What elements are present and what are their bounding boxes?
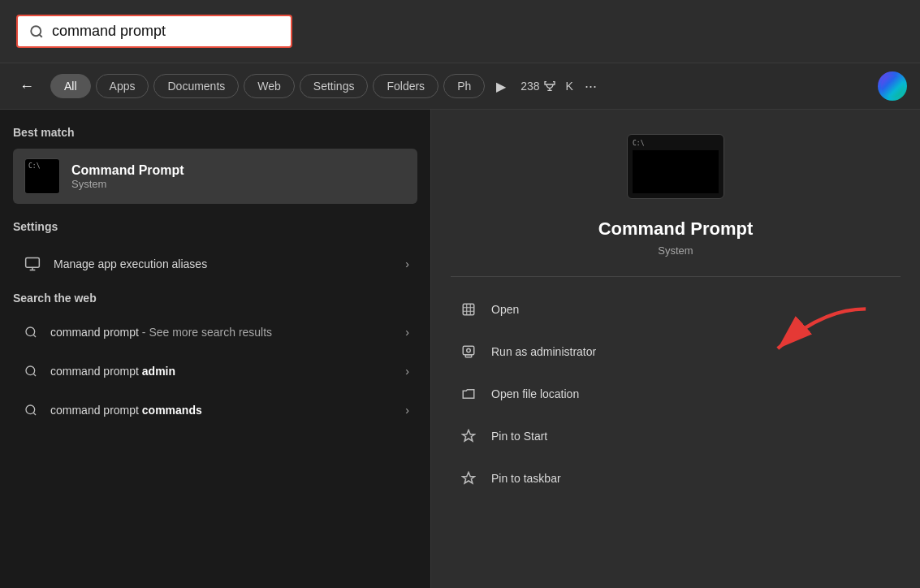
aliases-label: Manage app execution aliases (54, 257, 405, 270)
main-content: Best match C:\ Command Prompt System Set… (0, 110, 920, 588)
svg-line-1 (39, 34, 41, 37)
app-preview-icon: C:\ (627, 134, 724, 199)
pin-start-icon (457, 425, 480, 447)
web-item-2[interactable]: command prompt commands › (13, 392, 417, 428)
folder-icon (457, 383, 480, 405)
trophy-icon (543, 80, 556, 93)
k-label: K (566, 80, 573, 93)
preview-title-bar: C:\ (633, 140, 644, 147)
aliases-icon (21, 253, 44, 275)
tab-folders[interactable]: Folders (373, 74, 438, 98)
web-search-icon-1 (21, 361, 41, 381)
search-icon (29, 24, 44, 39)
right-panel-app-name: Command Prompt (598, 218, 754, 240)
avatar[interactable] (878, 71, 907, 101)
spectrum-icon (881, 75, 904, 97)
tab-apps[interactable]: Apps (96, 74, 149, 98)
action-open-label: Open (491, 303, 519, 316)
best-match-text: Command Prompt System (71, 163, 184, 190)
settings-section-title: Settings (13, 220, 417, 233)
play-button[interactable]: ▶ (490, 76, 512, 97)
web-search-icon-2 (21, 400, 41, 420)
svg-line-7 (33, 335, 36, 337)
right-panel: C:\ Command Prompt System Open (430, 110, 920, 588)
web-item-chevron-0: › (405, 326, 409, 339)
divider (451, 276, 901, 277)
action-pin-taskbar[interactable]: Pin to taskbar (451, 459, 901, 498)
web-item-text-0: command prompt - See more search results (50, 326, 405, 339)
pin-taskbar-icon (457, 467, 480, 490)
svg-line-9 (33, 374, 36, 376)
svg-point-8 (26, 366, 35, 375)
more-button[interactable]: ··· (578, 75, 603, 98)
best-match-title: Best match (13, 126, 417, 139)
svg-point-15 (467, 348, 471, 352)
action-open-location[interactable]: Open file location (451, 374, 901, 413)
action-open[interactable]: Open (451, 290, 901, 329)
web-item-text-1: command prompt admin (50, 365, 405, 378)
search-bar (16, 15, 292, 48)
search-input[interactable] (52, 23, 279, 40)
tab-all[interactable]: All (50, 74, 91, 98)
action-pin-taskbar-label: Pin to taskbar (491, 472, 561, 485)
svg-rect-3 (26, 258, 40, 268)
action-admin-label: Run as administrator (491, 345, 596, 358)
tab-ph[interactable]: Ph (443, 74, 485, 98)
action-pin-start[interactable]: Pin to Start (451, 417, 901, 456)
svg-point-10 (26, 405, 35, 414)
best-match-app-subtitle: System (71, 178, 184, 190)
best-match-item[interactable]: C:\ Command Prompt System (13, 149, 417, 204)
svg-point-2 (881, 75, 904, 97)
web-section-title: Search the web (13, 292, 417, 305)
svg-point-0 (31, 26, 41, 36)
preview-content (633, 150, 719, 193)
tab-settings[interactable]: Settings (300, 74, 369, 98)
action-pin-start-label: Pin to Start (491, 430, 547, 443)
right-panel-app-subtitle: System (658, 244, 693, 257)
best-match-app-name: Command Prompt (71, 163, 184, 178)
web-item-chevron-2: › (405, 404, 409, 417)
left-panel: Best match C:\ Command Prompt System Set… (0, 110, 430, 588)
web-search-icon-0 (21, 322, 41, 342)
tab-web[interactable]: Web (244, 74, 295, 98)
web-item-0[interactable]: command prompt - See more search results… (13, 314, 417, 350)
open-icon (457, 298, 480, 321)
search-bar-container (0, 0, 920, 63)
action-location-label: Open file location (491, 387, 579, 400)
filter-tabs-row: ← All Apps Documents Web Settings Folder… (0, 63, 920, 110)
back-button[interactable]: ← (13, 75, 41, 98)
settings-item-aliases[interactable]: Manage app execution aliases › (13, 243, 417, 285)
web-item-chevron-1: › (405, 365, 409, 378)
svg-line-11 (33, 413, 36, 415)
tab-documents[interactable]: Documents (153, 74, 239, 98)
action-run-as-admin[interactable]: Run as administrator (451, 332, 901, 371)
cmd-app-icon: C:\ (24, 158, 60, 194)
svg-rect-13 (463, 346, 474, 355)
svg-rect-12 (463, 304, 474, 315)
shield-icon (457, 340, 480, 363)
aliases-chevron: › (405, 257, 409, 270)
web-item-1[interactable]: command prompt admin › (13, 353, 417, 389)
svg-rect-14 (465, 355, 472, 357)
result-count: 238 (520, 80, 555, 93)
web-item-text-2: command prompt commands (50, 404, 405, 417)
svg-point-6 (26, 327, 35, 336)
